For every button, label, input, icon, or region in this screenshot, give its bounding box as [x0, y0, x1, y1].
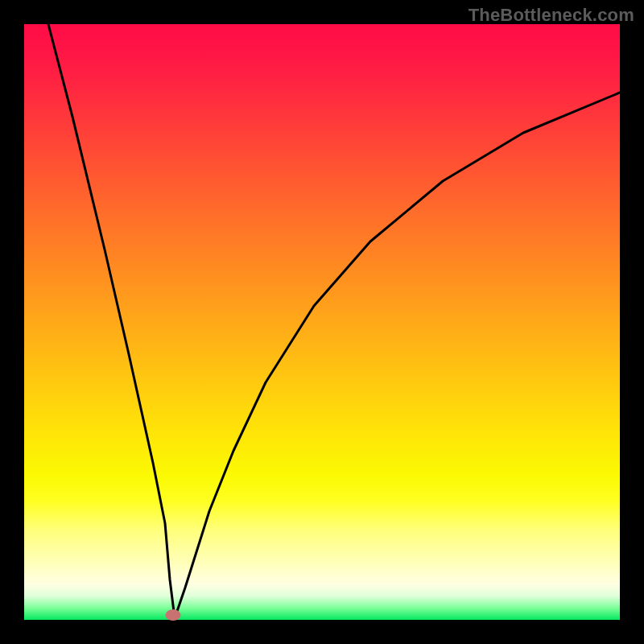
curve-svg	[24, 24, 620, 620]
marker-ellipse	[166, 609, 181, 621]
watermark-text: TheBottleneck.com	[469, 5, 634, 26]
bottleneck-curve	[48, 24, 620, 618]
plot-area	[24, 24, 620, 620]
